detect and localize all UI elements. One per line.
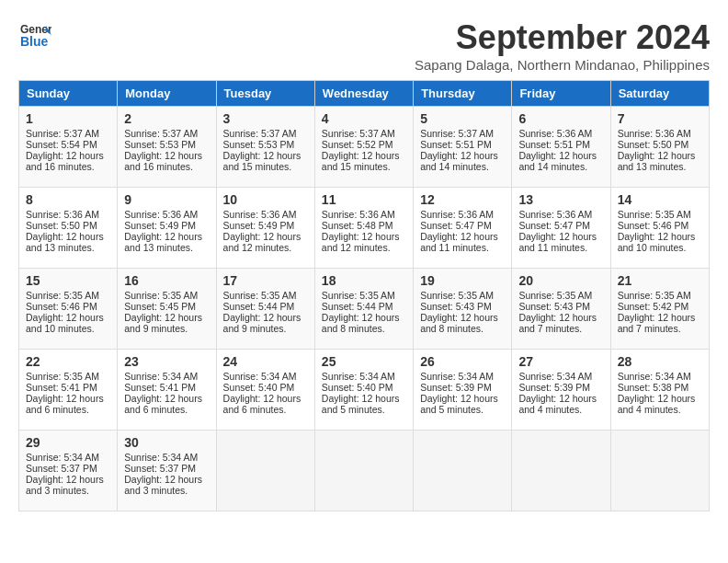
day-number: 29 bbox=[26, 435, 110, 450]
calendar-cell: 1Sunrise: 5:37 AMSunset: 5:54 PMDaylight… bbox=[19, 107, 118, 188]
day-number: 26 bbox=[420, 354, 505, 369]
calendar-cell: 12Sunrise: 5:36 AMSunset: 5:47 PMDayligh… bbox=[414, 188, 512, 269]
calendar-cell: 22Sunrise: 5:35 AMSunset: 5:41 PMDayligh… bbox=[19, 350, 118, 431]
logo-icon: General Blue bbox=[18, 18, 51, 52]
day-info: Sunrise: 5:34 AM bbox=[518, 371, 603, 382]
day-number: 27 bbox=[518, 354, 603, 369]
calendar-cell: 2Sunrise: 5:37 AMSunset: 5:53 PMDaylight… bbox=[118, 107, 216, 188]
calendar-week-row: 15Sunrise: 5:35 AMSunset: 5:46 PMDayligh… bbox=[19, 269, 710, 350]
day-info: Daylight: 12 hours bbox=[518, 312, 603, 323]
calendar-cell: 29Sunrise: 5:34 AMSunset: 5:37 PMDayligh… bbox=[19, 431, 118, 511]
day-info: Sunset: 5:51 PM bbox=[420, 139, 505, 150]
day-info: and 13 minutes. bbox=[124, 242, 209, 253]
day-info: and 3 minutes. bbox=[124, 485, 209, 496]
day-number: 21 bbox=[618, 273, 702, 288]
day-info: Sunrise: 5:35 AM bbox=[124, 290, 209, 301]
day-info: Sunset: 5:49 PM bbox=[223, 220, 308, 231]
day-info: Sunset: 5:53 PM bbox=[124, 139, 209, 150]
day-info: Daylight: 12 hours bbox=[420, 312, 505, 323]
day-info: Sunrise: 5:37 AM bbox=[322, 128, 406, 139]
day-info: Sunset: 5:41 PM bbox=[124, 382, 209, 393]
weekday-header: Tuesday bbox=[216, 81, 314, 107]
day-info: Sunrise: 5:36 AM bbox=[618, 128, 702, 139]
day-info: Daylight: 12 hours bbox=[26, 150, 110, 161]
weekday-header: Sunday bbox=[19, 81, 118, 107]
day-info: Sunset: 5:39 PM bbox=[420, 382, 505, 393]
day-info: Daylight: 12 hours bbox=[322, 231, 406, 242]
day-info: and 10 minutes. bbox=[26, 323, 110, 334]
day-info: and 13 minutes. bbox=[26, 242, 110, 253]
day-number: 3 bbox=[223, 111, 308, 126]
day-info: Sunrise: 5:34 AM bbox=[618, 371, 702, 382]
day-info: Sunrise: 5:34 AM bbox=[420, 371, 505, 382]
day-info: Sunrise: 5:37 AM bbox=[124, 128, 209, 139]
weekday-header-row: SundayMondayTuesdayWednesdayThursdayFrid… bbox=[19, 81, 710, 107]
day-info: Sunset: 5:52 PM bbox=[322, 139, 406, 150]
calendar-cell: 25Sunrise: 5:34 AMSunset: 5:40 PMDayligh… bbox=[314, 350, 413, 431]
calendar-cell: 15Sunrise: 5:35 AMSunset: 5:46 PMDayligh… bbox=[19, 269, 118, 350]
day-info: Sunrise: 5:34 AM bbox=[124, 371, 209, 382]
calendar-cell: 26Sunrise: 5:34 AMSunset: 5:39 PMDayligh… bbox=[414, 350, 512, 431]
day-info: Daylight: 12 hours bbox=[322, 312, 406, 323]
day-info: Sunset: 5:47 PM bbox=[420, 220, 505, 231]
svg-text:Blue: Blue bbox=[20, 34, 49, 49]
day-number: 6 bbox=[518, 111, 603, 126]
day-number: 18 bbox=[322, 273, 406, 288]
day-info: Daylight: 12 hours bbox=[26, 393, 110, 404]
day-info: Sunrise: 5:34 AM bbox=[26, 452, 110, 463]
day-info: Sunrise: 5:36 AM bbox=[518, 209, 603, 220]
day-info: Sunrise: 5:35 AM bbox=[618, 209, 702, 220]
day-info: and 6 minutes. bbox=[124, 404, 209, 415]
day-info: Sunset: 5:44 PM bbox=[223, 301, 308, 312]
day-info: and 12 minutes. bbox=[322, 242, 406, 253]
calendar-table: SundayMondayTuesdayWednesdayThursdayFrid… bbox=[18, 80, 710, 511]
day-number: 23 bbox=[124, 354, 209, 369]
day-info: and 3 minutes. bbox=[26, 485, 110, 496]
day-number: 30 bbox=[124, 435, 209, 450]
day-info: and 8 minutes. bbox=[420, 323, 505, 334]
day-info: Sunrise: 5:36 AM bbox=[124, 209, 209, 220]
calendar-cell: 20Sunrise: 5:35 AMSunset: 5:43 PMDayligh… bbox=[512, 269, 610, 350]
day-info: and 16 minutes. bbox=[124, 161, 209, 172]
calendar-week-row: 8Sunrise: 5:36 AMSunset: 5:50 PMDaylight… bbox=[19, 188, 710, 269]
day-info: Daylight: 12 hours bbox=[322, 393, 406, 404]
day-info: Sunset: 5:54 PM bbox=[26, 139, 110, 150]
day-number: 9 bbox=[124, 192, 209, 207]
day-number: 4 bbox=[322, 111, 406, 126]
calendar-cell: 8Sunrise: 5:36 AMSunset: 5:50 PMDaylight… bbox=[19, 188, 118, 269]
day-info: Sunset: 5:51 PM bbox=[518, 139, 603, 150]
calendar-cell bbox=[314, 431, 413, 511]
day-info: Daylight: 12 hours bbox=[618, 393, 702, 404]
calendar-cell: 10Sunrise: 5:36 AMSunset: 5:49 PMDayligh… bbox=[216, 188, 314, 269]
day-info: Daylight: 12 hours bbox=[124, 393, 209, 404]
calendar-cell: 23Sunrise: 5:34 AMSunset: 5:41 PMDayligh… bbox=[118, 350, 216, 431]
day-info: Sunrise: 5:36 AM bbox=[420, 209, 505, 220]
day-number: 24 bbox=[223, 354, 308, 369]
day-info: Sunrise: 5:34 AM bbox=[223, 371, 308, 382]
day-info: Sunset: 5:44 PM bbox=[322, 301, 406, 312]
calendar-week-row: 22Sunrise: 5:35 AMSunset: 5:41 PMDayligh… bbox=[19, 350, 710, 431]
day-info: and 5 minutes. bbox=[420, 404, 505, 415]
location-title: Sapang Dalaga, Northern Mindanao, Philip… bbox=[415, 57, 710, 73]
calendar-cell: 4Sunrise: 5:37 AMSunset: 5:52 PMDaylight… bbox=[314, 107, 413, 188]
day-info: Sunset: 5:50 PM bbox=[26, 220, 110, 231]
day-number: 12 bbox=[420, 192, 505, 207]
day-info: Sunrise: 5:37 AM bbox=[26, 128, 110, 139]
day-info: and 11 minutes. bbox=[518, 242, 603, 253]
day-info: Sunset: 5:46 PM bbox=[26, 301, 110, 312]
day-number: 13 bbox=[518, 192, 603, 207]
day-info: Daylight: 12 hours bbox=[420, 231, 505, 242]
calendar-cell: 17Sunrise: 5:35 AMSunset: 5:44 PMDayligh… bbox=[216, 269, 314, 350]
day-number: 11 bbox=[322, 192, 406, 207]
calendar-week-row: 29Sunrise: 5:34 AMSunset: 5:37 PMDayligh… bbox=[19, 431, 710, 511]
calendar-cell: 24Sunrise: 5:34 AMSunset: 5:40 PMDayligh… bbox=[216, 350, 314, 431]
day-info: Sunrise: 5:35 AM bbox=[223, 290, 308, 301]
calendar-cell: 5Sunrise: 5:37 AMSunset: 5:51 PMDaylight… bbox=[414, 107, 512, 188]
day-info: Sunrise: 5:35 AM bbox=[322, 290, 406, 301]
day-info: Sunset: 5:38 PM bbox=[618, 382, 702, 393]
day-info: Sunrise: 5:35 AM bbox=[618, 290, 702, 301]
day-info: and 9 minutes. bbox=[223, 323, 308, 334]
day-number: 14 bbox=[618, 192, 702, 207]
day-info: Sunrise: 5:35 AM bbox=[26, 290, 110, 301]
day-info: and 6 minutes. bbox=[26, 404, 110, 415]
